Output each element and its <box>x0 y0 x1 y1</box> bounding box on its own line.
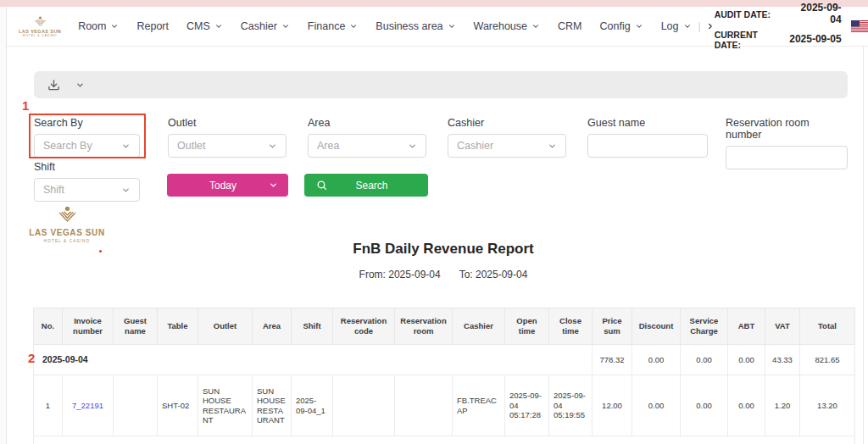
shift-select[interactable]: Shift <box>34 178 140 202</box>
audit-date-value: 2025-09-04 <box>793 3 842 26</box>
table-cell: 1.20 <box>765 375 800 436</box>
invoice-link[interactable]: 7_22191 <box>63 375 114 436</box>
column-header: VAT <box>765 308 800 345</box>
search-by-select[interactable]: Search By <box>34 134 140 158</box>
column-header: Outlet <box>198 308 253 345</box>
guest-name-input[interactable] <box>587 134 708 158</box>
table-header-row: No.Invoice numberGuest nameTableOutletAr… <box>34 308 855 345</box>
report-to: To: 2025-09-04 <box>459 269 528 280</box>
current-date-value: 2025-09-05 <box>782 34 842 46</box>
us-flag-icon[interactable] <box>851 20 868 32</box>
brand-subtitle: HOTEL & CASINO <box>23 34 57 37</box>
table-cell: FB.TREACAP <box>453 375 505 436</box>
today-button[interactable]: Today <box>167 174 288 197</box>
nav-item-label: CMS <box>186 20 210 32</box>
table-cell: SUN HOUSE RESTAURANT <box>253 375 292 436</box>
report-brand-name: LAS VEGAS SUN <box>29 228 104 237</box>
table-cell: 0.00 <box>681 375 728 436</box>
dates-panel: AUDIT DATE: 2025-09-04 CURRENT DATE: 202… <box>715 3 842 50</box>
table-cell: 2025-09-04_1 <box>292 375 333 436</box>
left-edge-strip <box>0 7 7 444</box>
table-cell <box>114 375 158 436</box>
nav-item-label: CRM <box>558 20 581 32</box>
column-header: No. <box>34 308 63 345</box>
summary-abt: 0.00 <box>728 345 765 375</box>
chevron-down-icon <box>269 180 278 190</box>
brand-logo[interactable]: LAS VEGAS SUN HOTEL & CASINO <box>19 16 61 37</box>
chevron-down-icon <box>268 142 277 151</box>
nav-item-cashier[interactable]: Cashier <box>241 20 290 32</box>
chevron-down-icon <box>110 22 119 31</box>
column-header: Shift <box>292 308 333 345</box>
chevron-down-icon <box>349 22 358 31</box>
report-title: FnB Daily Revenue Report <box>353 241 534 257</box>
chevron-down-icon <box>281 22 290 31</box>
nav-item-label: Finance <box>308 20 345 32</box>
chevron-down-icon <box>531 22 540 31</box>
summary-price-sum: 778.32 <box>593 345 632 375</box>
search-icon <box>316 180 327 191</box>
column-header: Discount <box>632 308 681 345</box>
annotation-2: 2 <box>28 351 35 365</box>
column-header: Guest name <box>114 308 158 345</box>
column-header: Service Charge <box>681 308 728 345</box>
nav-item-log[interactable]: Log <box>661 20 692 32</box>
search-button[interactable]: Search <box>304 174 428 197</box>
summary-total: 821.65 <box>800 345 855 375</box>
download-button[interactable] <box>47 79 60 92</box>
column-header: Cashier <box>453 308 505 345</box>
table-cell: SHT-02 <box>158 375 198 436</box>
table-cell: 1 <box>34 375 63 436</box>
chevron-down-icon <box>214 22 223 31</box>
search-by-label: Search By <box>34 117 140 129</box>
nav-item-finance[interactable]: Finance <box>308 20 358 32</box>
brand-emblem-icon <box>33 16 47 29</box>
cashier-label: Cashier <box>448 117 566 129</box>
chevron-down-icon <box>121 186 131 195</box>
area-select[interactable]: Area <box>308 134 426 158</box>
nav-item-business-area[interactable]: Business area <box>376 20 455 32</box>
table-cell: 12.00 <box>593 375 632 436</box>
report-from: From: 2025-09-04 <box>359 269 441 280</box>
column-header: Table <box>158 308 198 345</box>
table-cell: 2025-09-04 05:17:28 <box>505 375 549 436</box>
table-cell: 2025-09-04 05:19:55 <box>549 375 593 436</box>
summary-vat: 43.33 <box>765 345 800 375</box>
nav-item-crm[interactable]: CRM <box>558 20 581 32</box>
nav-item-warehouse[interactable]: Warehouse <box>474 20 540 32</box>
chevron-down-icon <box>75 80 85 90</box>
brand-emblem-icon <box>56 206 79 226</box>
chevron-down-icon <box>448 22 456 31</box>
report-date-range: From: 2025-09-04 To: 2025-09-04 <box>34 269 853 280</box>
outlet-select[interactable]: Outlet <box>168 134 287 158</box>
column-header: Area <box>253 308 292 345</box>
nav-separator: | <box>698 20 701 32</box>
chevron-down-icon <box>683 22 692 31</box>
column-header: Total <box>800 308 855 345</box>
nav-item-cms[interactable]: CMS <box>186 20 223 32</box>
summary-discount: 0.00 <box>632 345 681 375</box>
summary-service-charge: 0.00 <box>681 345 728 375</box>
report-brand-logo: LAS VEGAS SUN HOTEL & CASINO <box>34 206 100 243</box>
nav-item-label: Log <box>661 20 679 32</box>
nav-item-label: Warehouse <box>474 20 527 32</box>
nav-item-report[interactable]: Report <box>136 20 169 32</box>
table-cell <box>395 375 453 436</box>
column-header: Reservation room <box>395 308 453 345</box>
table-cell <box>333 375 395 436</box>
nav-item-label: Room <box>78 20 106 32</box>
column-header: Reservation code <box>333 308 395 345</box>
chevron-right-icon[interactable] <box>706 22 715 31</box>
table-cell: 13.20 <box>800 375 855 436</box>
table-cell: SUN HOUSE RESTAURANT <box>198 375 253 436</box>
nav-item-room[interactable]: Room <box>78 20 119 32</box>
area-label: Area <box>308 117 426 129</box>
column-header: ABT <box>728 308 765 345</box>
nav-item-config[interactable]: Config <box>600 20 643 32</box>
reservation-room-number-input[interactable] <box>726 146 848 169</box>
download-options-button[interactable] <box>75 80 85 90</box>
cashier-select[interactable]: Cashier <box>448 134 566 158</box>
table-cell: 0.00 <box>728 375 765 436</box>
partial-row <box>34 436 855 444</box>
right-scrollbar-line[interactable] <box>863 7 864 444</box>
